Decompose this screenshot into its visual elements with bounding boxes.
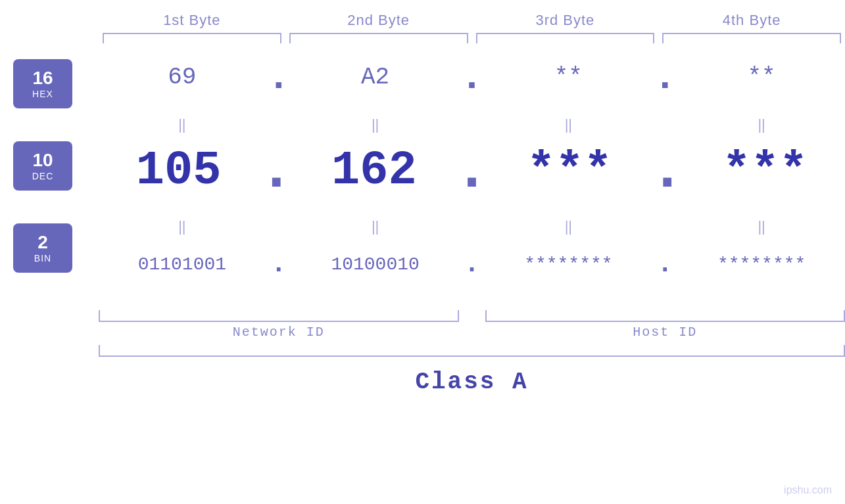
top-brackets <box>0 33 845 46</box>
dec-b2: 162 <box>331 144 417 198</box>
network-id-label: Network ID <box>99 325 459 340</box>
bin-b2: 10100010 <box>331 254 419 275</box>
dec-base: DEC <box>32 171 54 181</box>
outer-bracket <box>99 345 845 357</box>
byte2-header: 2nd Byte <box>285 12 472 29</box>
bracket-top-1 <box>103 33 281 43</box>
hex-row: 69 . A2 . ** . ** <box>99 53 845 102</box>
dec-b3: *** <box>527 144 612 198</box>
dec-b4-cell: *** <box>685 147 845 195</box>
hex-b4-cell: ** <box>678 64 845 91</box>
dot-dec-3: . <box>650 141 685 200</box>
dec-b1-cell: 105 <box>99 147 258 195</box>
host-bracket <box>485 310 846 322</box>
dot-hex-2: . <box>459 58 485 97</box>
bin-row: 01101001 . 10100010 . ******** . *******… <box>99 240 845 289</box>
eq2-b4: || <box>678 218 845 235</box>
hex-badge: 16 HEX <box>13 59 72 108</box>
dot-hex-3: . <box>652 58 678 97</box>
eq1-b4: || <box>678 116 845 133</box>
id-spacer <box>459 325 485 340</box>
dec-b2-cell: 162 <box>294 147 454 195</box>
watermark: ipshu.com <box>784 484 832 496</box>
bracket-top-4 <box>662 33 841 43</box>
dot-bin-2: . <box>459 252 485 278</box>
main-container: 1st Byte 2nd Byte 3rd Byte 4th Byte 16 H… <box>0 0 845 504</box>
bracket-top-3 <box>476 33 655 43</box>
bin-base: BIN <box>34 253 51 263</box>
hex-b2: A2 <box>361 64 389 91</box>
bracket-top-2 <box>289 33 468 43</box>
hex-b1: 69 <box>168 64 196 91</box>
dec-row: 105 . 162 . *** . *** <box>99 138 845 204</box>
spacer1 <box>13 122 99 141</box>
byte4-header: 4th Byte <box>658 12 845 29</box>
host-id-label: Host ID <box>485 325 846 340</box>
eq1-b2: || <box>292 116 459 133</box>
eq2-b2: || <box>292 218 459 235</box>
spacer2 <box>13 204 99 223</box>
dot-hex-1: . <box>266 58 292 97</box>
dec-b4: *** <box>723 144 808 198</box>
bin-b1: 01101001 <box>138 254 226 275</box>
dec-b1: 105 <box>136 144 222 198</box>
bin-b1-cell: 01101001 <box>99 254 266 275</box>
dot-dec-1: . <box>258 141 294 200</box>
row-labels: 16 HEX 10 DEC 2 BIN <box>13 53 99 396</box>
network-bracket <box>99 310 459 322</box>
byte1-header: 1st Byte <box>99 12 285 29</box>
dot-bin-3: . <box>652 252 678 278</box>
hex-base: HEX <box>32 89 53 99</box>
eq1-b3: || <box>485 116 652 133</box>
dot-bin-1: . <box>266 252 292 278</box>
hex-b4: ** <box>748 64 776 91</box>
class-label: Class A <box>415 369 528 396</box>
hex-b3: ** <box>554 64 583 91</box>
eq2-b1: || <box>99 218 266 235</box>
bin-b3-cell: ******** <box>485 254 652 275</box>
bin-b3: ******** <box>524 254 612 275</box>
bin-num: 2 <box>37 233 48 253</box>
outer-bracket-row <box>99 345 845 362</box>
dot-dec-2: . <box>454 141 489 200</box>
hex-b2-cell: A2 <box>292 64 459 91</box>
equals-row-1: || || || || <box>99 115 845 135</box>
bottom-brackets-row <box>99 302 845 322</box>
dec-badge: 10 DEC <box>13 141 72 191</box>
bin-b4-cell: ******** <box>678 254 845 275</box>
bin-b4: ******** <box>717 254 806 275</box>
eq2-b3: || <box>485 218 652 235</box>
byte3-header: 3rd Byte <box>472 12 659 29</box>
equals-row-2: || || || || <box>99 217 845 237</box>
eq1-b1: || <box>99 116 266 133</box>
hex-num: 16 <box>32 68 53 89</box>
dec-num: 10 <box>32 150 53 171</box>
dec-b3-cell: *** <box>490 147 650 195</box>
hex-b1-cell: 69 <box>99 64 266 91</box>
byte-headers: 1st Byte 2nd Byte 3rd Byte 4th Byte <box>0 12 845 29</box>
bin-b2-cell: 10100010 <box>292 254 459 275</box>
id-labels: Network ID Host ID <box>99 325 845 340</box>
hex-b3-cell: ** <box>485 64 652 91</box>
values-section: 69 . A2 . ** . ** || || <box>99 53 845 396</box>
content-section: 16 HEX 10 DEC 2 BIN 69 . <box>0 53 845 396</box>
class-row: Class A <box>99 369 845 396</box>
bin-badge: 2 BIN <box>13 223 72 273</box>
